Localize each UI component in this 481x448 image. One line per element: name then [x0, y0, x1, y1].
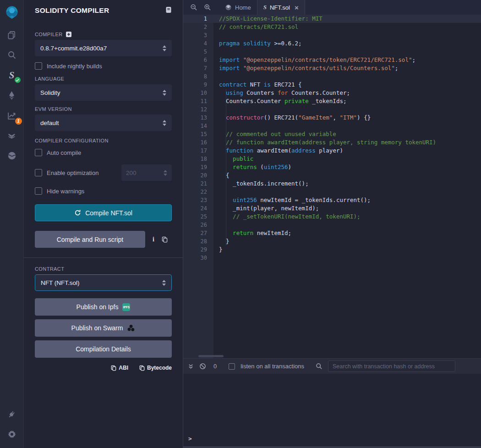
compile-success-badge-icon: [15, 77, 21, 83]
code-line[interactable]: 13 constructor() ERC721("GameItem", "ITM…: [183, 114, 481, 122]
code-line[interactable]: 1//SPDX-License-Identifier: MIT: [183, 15, 481, 23]
code-line[interactable]: 28 }: [183, 237, 481, 246]
line-number: 30: [183, 254, 213, 262]
code-text: public: [213, 155, 253, 163]
code-line[interactable]: 21 _tokenIds.increment();: [183, 180, 481, 188]
plugin-manager-icon[interactable]: [0, 404, 24, 424]
optimization-runs-input[interactable]: [126, 169, 164, 176]
code-line[interactable]: 12: [183, 105, 481, 114]
code-line[interactable]: 20 {: [183, 171, 481, 180]
line-number: 15: [183, 130, 213, 138]
auto-compile-row: Auto compile: [35, 149, 172, 156]
code-line[interactable]: 3: [183, 31, 481, 39]
compiler-version-select[interactable]: 0.8.7+commit.e28d00a7: [35, 40, 172, 56]
code-text: // _setTokenURI(newItemId, tokenURI);: [213, 213, 361, 221]
code-line[interactable]: 25 // _setTokenURI(newItemId, tokenURI);: [183, 213, 481, 221]
code-line[interactable]: 17 function awardItem(address player): [183, 147, 481, 155]
code-line[interactable]: 4pragma solidity >=0.6.2;: [183, 39, 481, 48]
language-select[interactable]: Solidity: [35, 84, 172, 101]
terminal-output[interactable]: >: [183, 374, 481, 448]
code-text: [213, 105, 219, 114]
code-line[interactable]: 9contract NFT is ERC721 {: [183, 81, 481, 89]
deploy-run-icon[interactable]: [0, 85, 24, 105]
code-editor[interactable]: 1//SPDX-License-Identifier: MIT2// contr…: [183, 15, 481, 358]
auto-compile-checkbox[interactable]: [35, 149, 42, 156]
terminal-search-input[interactable]: [328, 361, 455, 372]
static-analysis-icon[interactable]: 1: [0, 105, 24, 126]
terminal-search-icon: [316, 363, 322, 370]
debugger-icon[interactable]: [0, 146, 24, 166]
copy-icon: [139, 365, 145, 371]
unit-testing-icon[interactable]: [0, 126, 24, 146]
code-line[interactable]: 11 Counters.Counter private _tokenIds;: [183, 97, 481, 105]
listen-transactions-label: listen on all transactions: [240, 363, 304, 370]
code-line[interactable]: 7import "@openzeppelin/contracts/utils/C…: [183, 64, 481, 72]
file-explorer-icon[interactable]: [0, 25, 24, 45]
add-custom-compiler-icon[interactable]: [66, 32, 71, 37]
horizontal-scrollbar[interactable]: [198, 355, 224, 357]
compilation-details-button[interactable]: Compilation Details: [35, 340, 172, 358]
code-line[interactable]: 27 return newItemId;: [183, 229, 481, 237]
evm-version-select[interactable]: default: [35, 115, 172, 131]
code-line[interactable]: 22: [183, 188, 481, 196]
copy-icon[interactable]: [162, 236, 168, 243]
code-line[interactable]: 19 returns (uint256): [183, 163, 481, 171]
close-tab-icon[interactable]: ×: [295, 4, 299, 11]
code-line[interactable]: 8: [183, 72, 481, 81]
code-line[interactable]: 6import "@openzeppelin/contracts/token/E…: [183, 56, 481, 64]
search-icon[interactable]: [0, 45, 24, 65]
enable-optimization-checkbox[interactable]: [35, 169, 42, 176]
publish-ipfs-button[interactable]: Publish on Ipfs IPFS: [35, 298, 172, 316]
settings-gear-icon[interactable]: [0, 424, 24, 444]
code-line[interactable]: 2// contracts/ERC721.sol: [183, 23, 481, 31]
tab-nft-sol[interactable]: S NFT.sol ×: [257, 0, 305, 15]
copy-bytecode-button[interactable]: Bytecode: [139, 365, 172, 371]
line-number: 16: [183, 138, 213, 147]
code-line[interactable]: 18 public: [183, 155, 481, 163]
line-number: 18: [183, 155, 213, 163]
zoom-out-icon[interactable]: [187, 0, 201, 15]
info-icon[interactable]: i: [153, 236, 154, 243]
nightly-builds-row: Include nightly builds: [35, 62, 172, 70]
zoom-in-icon[interactable]: [201, 0, 214, 15]
documentation-icon[interactable]: [165, 6, 172, 13]
listen-transactions-checkbox[interactable]: [229, 363, 235, 370]
code-line[interactable]: 14: [183, 122, 481, 130]
terminal-toolbar: 0 listen on all transactions: [183, 358, 481, 374]
copy-abi-button[interactable]: ABI: [111, 365, 128, 371]
optimization-row: Enable optimization: [35, 164, 172, 181]
code-line[interactable]: 15 // commented out unused variable: [183, 130, 481, 138]
line-number: 12: [183, 105, 213, 114]
code-line[interactable]: 24 _mint(player, newItemId);: [183, 204, 481, 213]
code-line[interactable]: 16 // function awardItem(address player,…: [183, 138, 481, 147]
hide-warnings-checkbox[interactable]: [35, 187, 42, 195]
code-text: {: [213, 171, 230, 180]
code-line[interactable]: 29}: [183, 246, 481, 254]
line-number: 21: [183, 180, 213, 188]
tab-home[interactable]: Home: [219, 0, 257, 15]
compile-button[interactable]: Compile NFT.sol: [35, 204, 172, 221]
code-text: pragma solidity >=0.6.2;: [213, 39, 302, 48]
hide-warnings-row: Hide warnings: [35, 187, 172, 195]
remix-logo-icon[interactable]: [0, 1, 24, 24]
compile-and-run-button[interactable]: Compile and Run script: [35, 231, 145, 248]
code-line[interactable]: 26: [183, 221, 481, 229]
code-text: }: [213, 237, 230, 246]
contract-select[interactable]: NFT (NFT.sol): [35, 274, 172, 291]
publish-swarm-button[interactable]: Publish on Swarm: [35, 319, 172, 337]
code-line[interactable]: 23 uint256 newItemId = _tokenIds.current…: [183, 196, 481, 204]
code-line[interactable]: 10 using Counters for Counters.Counter;: [183, 89, 481, 97]
solidity-compiler-icon[interactable]: S: [0, 65, 24, 85]
nightly-builds-checkbox[interactable]: [35, 62, 42, 70]
line-number: 27: [183, 229, 213, 237]
clear-console-icon[interactable]: [199, 363, 206, 370]
line-number: 11: [183, 97, 213, 105]
expand-terminal-icon[interactable]: [188, 363, 194, 370]
ipfs-icon: IPFS: [122, 303, 130, 311]
code-text: }: [213, 246, 223, 254]
terminal-scrollbar[interactable]: [183, 446, 481, 448]
contract-label: CONTRACT: [35, 266, 172, 272]
swarm-icon: [127, 324, 135, 332]
code-line[interactable]: 5: [183, 48, 481, 56]
code-line[interactable]: 30: [183, 254, 481, 262]
